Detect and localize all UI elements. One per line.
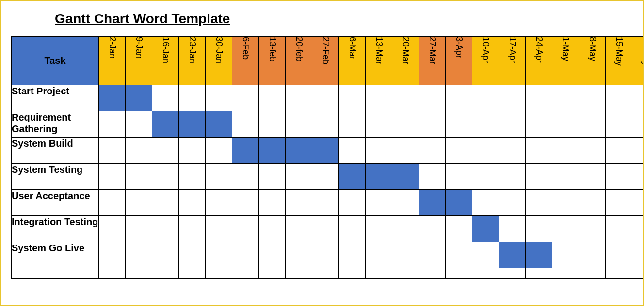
date-header-16: 24-Apr (526, 37, 552, 85)
gantt-cell (552, 190, 579, 216)
gantt-cell (419, 138, 446, 164)
gantt-cell (446, 268, 472, 279)
gantt-cell (99, 268, 126, 279)
gantt-cell (499, 138, 526, 164)
task-label-0: Start Project (12, 85, 99, 111)
gantt-cell (579, 216, 606, 242)
gantt-cell (472, 85, 499, 111)
date-header-10: 13-Mar (366, 37, 392, 85)
task-label-3: System Testing (12, 164, 99, 190)
gantt-cell (606, 138, 632, 164)
gantt-cell (339, 216, 366, 242)
table-row: Start Project (12, 85, 644, 111)
gantt-cell (312, 164, 339, 190)
gantt-cell (366, 164, 392, 190)
gantt-cell (312, 268, 339, 279)
gantt-cell (259, 164, 286, 190)
gantt-cell (552, 268, 579, 279)
gantt-cell (499, 216, 526, 242)
date-header-9: 6-Mar (339, 37, 366, 85)
gantt-cell (499, 190, 526, 216)
gantt-cell (179, 111, 206, 138)
gantt-cell (392, 138, 419, 164)
gantt-cell (206, 190, 232, 216)
task-label-4: User Acceptance (12, 190, 99, 216)
gantt-cell (552, 216, 579, 242)
gantt-cell (579, 164, 606, 190)
gantt-cell (446, 85, 472, 111)
gantt-cell (152, 164, 179, 190)
gantt-cell (606, 164, 632, 190)
gantt-cell (472, 190, 499, 216)
gantt-cell (579, 242, 606, 268)
gantt-cell (232, 216, 259, 242)
gantt-cell (152, 216, 179, 242)
gantt-cell (579, 138, 606, 164)
date-header-7: 20-feb (286, 37, 312, 85)
gantt-cell (179, 138, 206, 164)
gantt-cell (366, 242, 392, 268)
gantt-cell (126, 268, 152, 279)
gantt-cell (392, 85, 419, 111)
gantt-cell (339, 164, 366, 190)
gantt-cell (339, 190, 366, 216)
gantt-cell (232, 111, 259, 138)
date-header-17: 1-May (552, 37, 579, 85)
table-row: User Acceptance (12, 190, 644, 216)
gantt-cell (446, 190, 472, 216)
gantt-cell (526, 164, 552, 190)
gantt-cell (152, 111, 179, 138)
gantt-cell (312, 85, 339, 111)
gantt-cell (286, 138, 312, 164)
date-header-18: 8-May (579, 37, 606, 85)
gantt-cell (99, 111, 126, 138)
gantt-cell (366, 111, 392, 138)
gantt-cell (579, 268, 606, 279)
gantt-cell (206, 164, 232, 190)
gantt-cell (419, 164, 446, 190)
gantt-cell (472, 216, 499, 242)
gantt-cell (179, 85, 206, 111)
gantt-cell (552, 164, 579, 190)
gantt-cell (526, 242, 552, 268)
gantt-cell (179, 190, 206, 216)
gantt-cell (286, 268, 312, 279)
date-header-6: 13-feb (259, 37, 286, 85)
gantt-cell (339, 85, 366, 111)
page-title: Gantt Chart Word Template (55, 11, 633, 27)
gantt-cell (126, 242, 152, 268)
gantt-cell (606, 216, 632, 242)
gantt-cell (392, 164, 419, 190)
gantt-cell (126, 190, 152, 216)
gantt-cell (419, 268, 446, 279)
gantt-cell (179, 216, 206, 242)
gantt-cell (339, 268, 366, 279)
gantt-cell (499, 111, 526, 138)
gantt-cell (232, 164, 259, 190)
gantt-cell (206, 85, 232, 111)
date-header-3: 23-Jan (179, 37, 206, 85)
date-header-2: 16-Jan (152, 37, 179, 85)
gantt-cell (206, 111, 232, 138)
gantt-cell (259, 111, 286, 138)
gantt-cell (99, 242, 126, 268)
gantt-cell (446, 111, 472, 138)
task-label-empty (12, 268, 99, 279)
gantt-cell (472, 111, 499, 138)
gantt-cell (232, 85, 259, 111)
gantt-cell (259, 216, 286, 242)
gantt-cell (526, 111, 552, 138)
gantt-cell (419, 111, 446, 138)
gantt-cell (126, 164, 152, 190)
gantt-cell (152, 138, 179, 164)
gantt-cell (606, 111, 632, 138)
gantt-cell (552, 85, 579, 111)
gantt-cell (552, 138, 579, 164)
gantt-cell (152, 242, 179, 268)
gantt-cell (259, 190, 286, 216)
gantt-cell (472, 164, 499, 190)
gantt-cell (446, 164, 472, 190)
gantt-cell (499, 164, 526, 190)
gantt-cell (232, 138, 259, 164)
gantt-cell (419, 85, 446, 111)
